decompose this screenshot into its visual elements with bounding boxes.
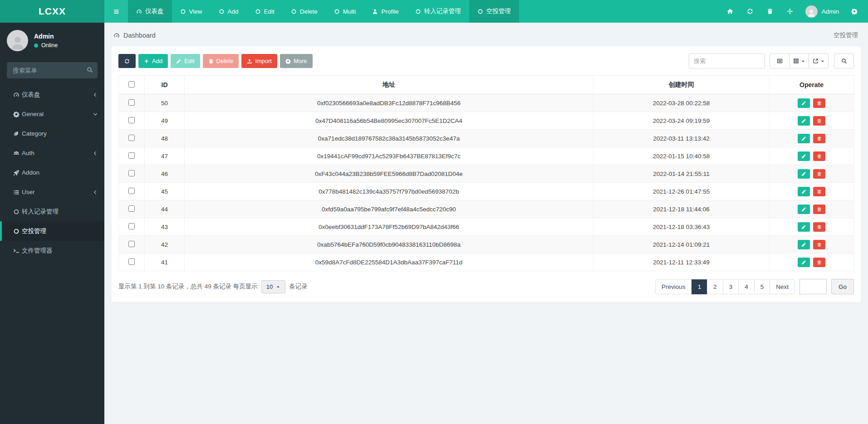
pagination-next[interactable]: Next (770, 279, 795, 294)
row-checkbox[interactable] (128, 188, 135, 194)
sidebar-item-category[interactable]: Category (0, 124, 104, 143)
breadcrumb[interactable]: Dashboard (113, 32, 156, 39)
pagination-page-4[interactable]: 4 (739, 279, 755, 294)
fullscreen-button[interactable] (780, 0, 800, 23)
export-dropdown-button[interactable] (809, 54, 829, 68)
pagination-page-link[interactable]: 5 (754, 279, 770, 294)
home-button[interactable] (720, 0, 740, 23)
user-menu[interactable]: Admin (800, 5, 844, 18)
row-delete-button[interactable] (813, 169, 825, 179)
row-delete-button[interactable] (813, 240, 825, 249)
search-icon[interactable] (87, 67, 93, 73)
table-search-input[interactable] (689, 54, 765, 68)
select-all-checkbox[interactable] (128, 81, 135, 88)
row-edit-button[interactable] (798, 98, 810, 108)
table-row[interactable]: 42 0xab5764bEFa760D59f0cb9048338163110bD… (119, 236, 854, 253)
sidebar-item-general[interactable]: General (0, 104, 104, 124)
row-edit-button[interactable] (798, 151, 810, 161)
table-row[interactable]: 41 0x59d8A7cFd8DE225584D1A3dbAaa37F397ca… (119, 253, 854, 271)
row-delete-button[interactable] (813, 222, 825, 232)
row-checkbox[interactable] (128, 223, 135, 229)
pagination-previous-link[interactable]: Previous (655, 279, 692, 294)
table-row[interactable]: 45 0x778b481482c139c4a35757f797bd0ed5693… (119, 183, 854, 200)
row-checkbox[interactable] (128, 99, 135, 106)
sidebar-search-input[interactable] (7, 62, 98, 78)
page-jump-input[interactable] (799, 279, 827, 294)
sidebar-item-file-manager[interactable]: 文件管理器 (0, 241, 104, 260)
row-delete-button[interactable] (813, 151, 825, 161)
pagination-previous[interactable]: Previous (655, 279, 692, 294)
row-checkbox[interactable] (128, 241, 135, 247)
row-delete-button[interactable] (813, 205, 825, 214)
columns-dropdown-button[interactable] (789, 54, 809, 68)
table-row[interactable]: 49 0x47D408116a56b54Be80995ec307007Fc5E1… (119, 112, 854, 130)
row-checkbox[interactable] (128, 135, 135, 141)
edit-button[interactable]: Edit (171, 54, 200, 68)
sidebar-item-user[interactable]: User (0, 182, 104, 202)
add-button[interactable]: Add (138, 54, 168, 68)
row-edit-button[interactable] (798, 169, 810, 179)
common-search-toggle-button[interactable] (770, 54, 790, 68)
brand-logo[interactable]: LCXX (0, 0, 104, 23)
row-delete-button[interactable] (813, 134, 825, 143)
delete-button[interactable]: Delete (203, 54, 239, 68)
row-delete-button[interactable] (813, 187, 825, 196)
pagination-page-link[interactable]: 3 (723, 279, 739, 294)
pagination-page-1[interactable]: 1 (692, 279, 708, 294)
row-checkbox[interactable] (128, 170, 135, 176)
refresh-table-button[interactable] (118, 54, 136, 68)
column-header-address[interactable]: 地址 (185, 76, 593, 94)
page-size-dropdown[interactable]: 10 (261, 280, 285, 293)
table-row[interactable]: 46 0xF43c044a23B238b59FEE5966d8B7Dad0208… (119, 165, 854, 183)
tab-delete[interactable]: Delete (283, 0, 326, 23)
tab-view[interactable]: View (172, 0, 211, 23)
sidebar-item-airdrop-management[interactable]: 空投管理 (0, 221, 104, 241)
row-edit-button[interactable] (798, 187, 810, 196)
pagination-next-link[interactable]: Next (770, 279, 795, 294)
pagination-page-5[interactable]: 5 (755, 279, 770, 294)
row-edit-button[interactable] (798, 205, 810, 214)
sidebar-toggle-button[interactable] (104, 0, 128, 23)
row-checkbox[interactable] (128, 117, 135, 123)
pagination-page-link[interactable]: 1 (691, 279, 708, 294)
row-checkbox[interactable] (128, 205, 135, 212)
row-checkbox[interactable] (128, 258, 135, 265)
more-button[interactable]: More (280, 54, 313, 68)
table-row[interactable]: 47 0x19441cAF99cd971Ac5293Fb6437BE87813E… (119, 147, 854, 165)
search-submit-button[interactable] (834, 54, 854, 68)
clear-cache-button[interactable] (760, 0, 780, 23)
page-jump-go-button[interactable]: Go (831, 279, 854, 294)
row-delete-button[interactable] (813, 116, 825, 126)
import-button[interactable]: Import (241, 54, 277, 68)
sidebar-item-transfer-records[interactable]: 转入记录管理 (0, 202, 104, 221)
table-row[interactable]: 44 0xfd59a0aa795be799afc9f7ef48a4c5edcc7… (119, 200, 854, 218)
row-delete-button[interactable] (813, 258, 825, 267)
sidebar-item-auth[interactable]: Auth (0, 143, 104, 163)
sidebar-item-addon[interactable]: Addon (0, 163, 104, 182)
row-edit-button[interactable] (798, 240, 810, 249)
table-row[interactable]: 48 0xa71edc38d189767582c38a3145b5873052c… (119, 130, 854, 147)
row-delete-button[interactable] (813, 98, 825, 108)
row-edit-button[interactable] (798, 134, 810, 143)
refresh-button[interactable] (740, 0, 760, 23)
pagination-page-link[interactable]: 2 (707, 279, 723, 294)
row-checkbox[interactable] (128, 152, 135, 159)
tab-multi[interactable]: Multi (326, 0, 364, 23)
settings-button[interactable] (844, 0, 864, 23)
tab-airdrop-management[interactable]: 空投管理 (469, 0, 519, 23)
sidebar-item-dashboard[interactable]: 仪表盘 (0, 85, 104, 104)
column-header-id[interactable]: ID (145, 76, 185, 94)
row-edit-button[interactable] (798, 116, 810, 126)
column-header-created[interactable]: 创建时间 (593, 76, 770, 94)
table-row[interactable]: 50 0xf0230566693a0e8adDB3Fc12d8878F71c96… (119, 94, 854, 112)
tab-add[interactable]: Add (211, 0, 247, 23)
pagination-page-3[interactable]: 3 (723, 279, 739, 294)
tab-edit[interactable]: Edit (247, 0, 283, 23)
pagination-page-2[interactable]: 2 (707, 279, 723, 294)
row-edit-button[interactable] (798, 222, 810, 232)
tab-dashboard[interactable]: 仪表盘 (128, 0, 172, 23)
row-edit-button[interactable] (798, 258, 810, 267)
pagination-page-link[interactable]: 4 (738, 279, 755, 294)
tab-profile[interactable]: Profile (364, 0, 407, 23)
table-row[interactable]: 43 0x0eebf30631ddF173A78Ff52b69D97bA842d… (119, 218, 854, 236)
